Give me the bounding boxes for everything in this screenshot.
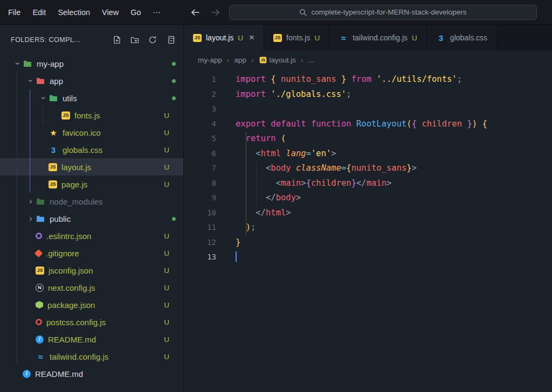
token: } bbox=[236, 237, 240, 247]
tree-file-favicon.ico[interactable]: ★favicon.icoU bbox=[0, 124, 183, 141]
tree-folder-utils[interactable]: ›utils bbox=[0, 89, 183, 107]
token: > bbox=[296, 193, 301, 202]
search-value: complete-typescript-for-MERN-stack-devel… bbox=[311, 8, 466, 16]
code-line-9[interactable]: 9 </body> bbox=[184, 191, 552, 206]
git-status-badge: U bbox=[164, 163, 169, 171]
item-label: next.config.js bbox=[48, 283, 95, 292]
tab-fonts.js[interactable]: JSfonts.jsU bbox=[264, 25, 329, 51]
breadcrumb-my-app[interactable]: my-app bbox=[198, 56, 222, 64]
tree-file-page.js[interactable]: JSpage.jsU bbox=[0, 176, 183, 193]
line-number: 5 bbox=[184, 131, 216, 146]
tree-folder-public[interactable]: ›public bbox=[0, 210, 183, 227]
token bbox=[281, 149, 286, 158]
tree-file-tailwind.config.js[interactable]: ≈tailwind.config.jsU bbox=[0, 348, 183, 365]
tailwind-icon: ≈ bbox=[36, 352, 45, 361]
code-line-13[interactable]: 13 bbox=[184, 250, 552, 265]
token: ( bbox=[281, 134, 286, 143]
code-line-8[interactable]: 8 <main>{children}</main> bbox=[184, 176, 552, 191]
code-text: export default function RootLayout({ chi… bbox=[236, 117, 487, 132]
item-label: app bbox=[50, 76, 63, 86]
tree-file-.eslintrc.json[interactable]: .eslintrc.jsonU bbox=[0, 227, 183, 244]
code-line-3[interactable]: 3 bbox=[184, 102, 552, 117]
token: { bbox=[271, 74, 275, 84]
close-icon[interactable]: × bbox=[249, 32, 254, 43]
folder-teal-icon bbox=[49, 93, 58, 103]
breadcrumb-separator: › bbox=[301, 56, 303, 64]
tree-folder-node_modules[interactable]: ›node_modules bbox=[0, 193, 183, 210]
tree-file-.gitignore[interactable]: .gitignoreU bbox=[0, 244, 183, 262]
chevron-down-icon[interactable]: › bbox=[13, 59, 23, 68]
modified-dot bbox=[172, 79, 176, 83]
breadcrumb-app[interactable]: app bbox=[234, 56, 247, 64]
forward-arrow-icon[interactable] bbox=[211, 8, 220, 17]
tab-globals.css[interactable]: 3globals.css bbox=[427, 25, 497, 51]
menu-more[interactable]: ⋯ bbox=[147, 5, 167, 19]
menu-go[interactable]: Go bbox=[125, 5, 147, 19]
back-arrow-icon[interactable] bbox=[190, 8, 200, 17]
code-line-12[interactable]: 12} bbox=[184, 235, 552, 250]
tab-layout.js[interactable]: JSlayout.jsU× bbox=[184, 25, 264, 51]
refresh-icon[interactable] bbox=[148, 36, 157, 44]
folder-red-icon bbox=[36, 76, 45, 86]
token: } bbox=[467, 119, 472, 129]
tree-folder-my-app[interactable]: ›my-app bbox=[0, 55, 183, 72]
title-bar: FileEditSelectionViewGo⋯ complete-typesc… bbox=[0, 0, 552, 25]
tree-file-next.config.js[interactable]: Nnext.config.jsU bbox=[0, 279, 183, 296]
token: function bbox=[311, 119, 351, 129]
token: nunito_sans bbox=[351, 163, 407, 173]
token: from bbox=[351, 74, 371, 84]
explorer-section-title[interactable]: FOLDERS: COMPL... bbox=[11, 36, 107, 44]
tree-file-README.md[interactable]: iREADME.mdU bbox=[0, 331, 183, 348]
postcss-icon bbox=[36, 319, 42, 325]
tree-folder-app[interactable]: ›app bbox=[0, 72, 183, 89]
git-status-badge: U bbox=[164, 301, 169, 309]
token bbox=[236, 178, 276, 188]
new-file-icon[interactable] bbox=[113, 36, 121, 44]
breadcrumb-...[interactable]: ... bbox=[308, 56, 314, 64]
code-line-5[interactable]: 5 return ( bbox=[184, 131, 552, 146]
tree-file-README.md[interactable]: iREADME.md bbox=[0, 365, 183, 382]
item-label: jsconfig.json bbox=[49, 266, 93, 275]
code-line-6[interactable]: 6 <html lang='en'> bbox=[184, 146, 552, 162]
code-text: import { nunito_sans } from '../utils/fo… bbox=[236, 72, 462, 87]
menu-selection[interactable]: Selection bbox=[52, 5, 96, 19]
vscode-window: FileEditSelectionViewGo⋯ complete-typesc… bbox=[0, 0, 552, 392]
token: > bbox=[286, 208, 291, 218]
code-line-2[interactable]: 2import './globals.css'; bbox=[184, 87, 552, 102]
code-line-7[interactable]: 7 <body className={nunito_sans}> bbox=[184, 161, 552, 176]
token: 'en' bbox=[311, 149, 331, 158]
token bbox=[477, 119, 482, 129]
token bbox=[266, 89, 271, 99]
chevron-right-icon[interactable]: › bbox=[26, 214, 36, 223]
folder-green-icon bbox=[23, 59, 32, 68]
tree-file-fonts.js[interactable]: JSfonts.jsU bbox=[0, 107, 183, 124]
token bbox=[371, 74, 376, 84]
tree-file-layout.js[interactable]: JSlayout.jsU bbox=[0, 158, 183, 176]
tab-tailwind.config.js[interactable]: ≈tailwind.config.jsU bbox=[329, 25, 427, 51]
code-line-4[interactable]: 4export default function RootLayout({ ch… bbox=[184, 117, 552, 132]
tree-file-globals.css[interactable]: 3globals.cssU bbox=[0, 141, 183, 158]
command-center-search[interactable]: complete-typescript-for-MERN-stack-devel… bbox=[229, 5, 537, 20]
code-line-10[interactable]: 10 </html> bbox=[184, 206, 552, 221]
collapse-all-icon[interactable] bbox=[166, 36, 175, 44]
chevron-down-icon[interactable]: › bbox=[39, 93, 49, 103]
code-text: <main>{children}</main> bbox=[236, 176, 391, 191]
menu-edit[interactable]: Edit bbox=[26, 5, 52, 19]
chevron-right-icon[interactable]: › bbox=[26, 197, 36, 206]
tree-file-postcss.config.js[interactable]: postcss.config.jsU bbox=[0, 313, 183, 331]
tree-file-package.json[interactable]: package.jsonU bbox=[0, 296, 183, 313]
css-icon: 3 bbox=[436, 33, 446, 43]
workbench: FOLDERS: COMPL... bbox=[0, 25, 552, 392]
code-line-1[interactable]: 1import { nunito_sans } from '../utils/f… bbox=[184, 72, 552, 87]
token: children bbox=[422, 119, 462, 129]
menu-file[interactable]: File bbox=[2, 5, 26, 19]
new-folder-icon[interactable] bbox=[130, 36, 139, 44]
line-number: 9 bbox=[184, 191, 216, 206]
tree-file-jsconfig.json[interactable]: JSjsconfig.jsonU bbox=[0, 262, 183, 279]
breadcrumb-layout.js[interactable]: JSlayout.js bbox=[259, 56, 296, 64]
css-icon: 3 bbox=[49, 145, 58, 155]
line-number: 6 bbox=[184, 146, 216, 162]
code-line-11[interactable]: 11 ); bbox=[184, 220, 552, 235]
menu-view[interactable]: View bbox=[96, 5, 125, 19]
chevron-down-icon[interactable]: › bbox=[26, 76, 36, 86]
